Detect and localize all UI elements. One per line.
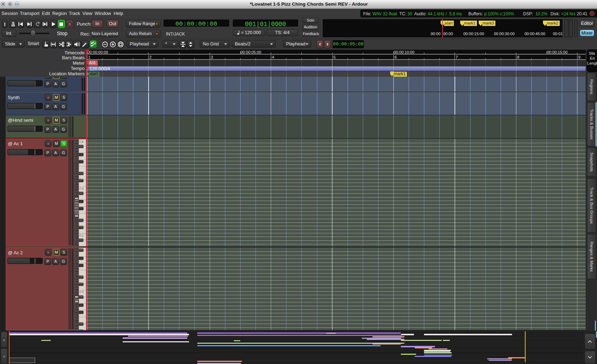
svg-text:!: ! — [4, 21, 6, 27]
